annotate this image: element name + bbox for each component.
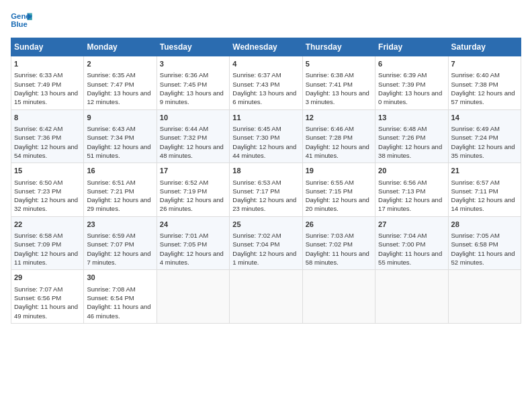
day-number: 19 [306,166,372,176]
calendar-header-wednesday: Wednesday [230,38,302,56]
day-number: 26 [306,220,372,230]
calendar-cell: 25Sunrise: 7:02 AMSunset: 7:04 PMDayligh… [230,216,302,270]
calendar-header-row: SundayMondayTuesdayWednesdayThursdayFrid… [11,38,521,56]
day-number: 11 [232,113,299,123]
calendar-header-thursday: Thursday [302,38,375,56]
day-number: 7 [451,59,518,69]
calendar-cell: 15Sunrise: 6:50 AMSunset: 7:23 PMDayligh… [11,163,84,217]
page-header: General Blue [11,11,521,30]
calendar-cell: 20Sunrise: 6:56 AMSunset: 7:13 PMDayligh… [375,163,448,217]
calendar-header-tuesday: Tuesday [157,38,229,56]
calendar-cell: 1Sunrise: 6:33 AMSunset: 7:49 PMDaylight… [11,56,84,110]
day-number: 24 [160,220,226,230]
day-number: 2 [87,59,153,69]
calendar-cell: 26Sunrise: 7:03 AMSunset: 7:02 PMDayligh… [302,216,375,270]
day-number: 14 [451,113,518,123]
day-number: 3 [160,59,226,69]
calendar-cell [157,270,229,324]
calendar-cell: 21Sunrise: 6:57 AMSunset: 7:11 PMDayligh… [448,163,521,217]
day-number: 13 [378,113,445,123]
calendar-cell: 16Sunrise: 6:51 AMSunset: 7:21 PMDayligh… [84,163,157,217]
calendar-cell [448,270,521,324]
calendar-cell: 13Sunrise: 6:48 AMSunset: 7:26 PMDayligh… [375,109,448,163]
logo: General Blue [11,11,32,30]
calendar-cell: 30Sunrise: 7:08 AMSunset: 6:54 PMDayligh… [84,270,157,324]
day-number: 25 [232,220,299,230]
calendar-cell: 2Sunrise: 6:35 AMSunset: 7:47 PMDaylight… [84,56,157,110]
calendar-cell: 8Sunrise: 6:42 AMSunset: 7:36 PMDaylight… [11,109,84,163]
calendar-cell [230,270,302,324]
calendar-cell: 6Sunrise: 6:39 AMSunset: 7:39 PMDaylight… [375,56,448,110]
day-number: 1 [14,59,81,69]
calendar-cell: 3Sunrise: 6:36 AMSunset: 7:45 PMDaylight… [157,56,229,110]
day-number: 22 [14,220,81,230]
day-number: 10 [160,113,226,123]
calendar-cell: 18Sunrise: 6:53 AMSunset: 7:17 PMDayligh… [230,163,302,217]
day-number: 15 [14,166,81,176]
calendar-header-monday: Monday [84,38,157,56]
day-number: 28 [451,220,518,230]
day-number: 20 [378,166,445,176]
calendar-cell: 10Sunrise: 6:44 AMSunset: 7:32 PMDayligh… [157,109,229,163]
calendar-cell: 29Sunrise: 7:07 AMSunset: 6:56 PMDayligh… [11,270,84,324]
calendar-cell: 28Sunrise: 7:05 AMSunset: 6:58 PMDayligh… [448,216,521,270]
calendar-cell: 12Sunrise: 6:46 AMSunset: 7:28 PMDayligh… [302,109,375,163]
day-number: 16 [87,166,153,176]
day-number: 23 [87,220,153,230]
calendar-cell: 5Sunrise: 6:38 AMSunset: 7:41 PMDaylight… [302,56,375,110]
calendar-cell: 11Sunrise: 6:45 AMSunset: 7:30 PMDayligh… [230,109,302,163]
day-number: 5 [306,59,372,69]
calendar-cell: 19Sunrise: 6:55 AMSunset: 7:15 PMDayligh… [302,163,375,217]
day-number: 8 [14,113,81,123]
day-number: 4 [232,59,299,69]
day-number: 30 [87,273,153,283]
calendar-week-row: 29Sunrise: 7:07 AMSunset: 6:56 PMDayligh… [11,270,521,324]
calendar-cell: 7Sunrise: 6:40 AMSunset: 7:38 PMDaylight… [448,56,521,110]
logo-icon: General Blue [11,11,32,30]
calendar-cell: 17Sunrise: 6:52 AMSunset: 7:19 PMDayligh… [157,163,229,217]
calendar-cell: 24Sunrise: 7:01 AMSunset: 7:05 PMDayligh… [157,216,229,270]
calendar-cell: 4Sunrise: 6:37 AMSunset: 7:43 PMDaylight… [230,56,302,110]
calendar-week-row: 22Sunrise: 6:58 AMSunset: 7:09 PMDayligh… [11,216,521,270]
day-number: 12 [306,113,372,123]
calendar-table: SundayMondayTuesdayWednesdayThursdayFrid… [11,38,521,324]
calendar-header-sunday: Sunday [11,38,84,56]
calendar-body: 1Sunrise: 6:33 AMSunset: 7:49 PMDaylight… [11,56,521,324]
calendar-cell: 23Sunrise: 6:59 AMSunset: 7:07 PMDayligh… [84,216,157,270]
calendar-header-friday: Friday [375,38,448,56]
day-number: 29 [14,273,81,283]
calendar-cell: 14Sunrise: 6:49 AMSunset: 7:24 PMDayligh… [448,109,521,163]
calendar-header-saturday: Saturday [448,38,521,56]
calendar-week-row: 15Sunrise: 6:50 AMSunset: 7:23 PMDayligh… [11,163,521,217]
calendar-cell [375,270,448,324]
day-number: 21 [451,166,518,176]
day-number: 9 [87,113,153,123]
day-number: 27 [378,220,445,230]
svg-text:Blue: Blue [11,20,28,28]
calendar-cell: 22Sunrise: 6:58 AMSunset: 7:09 PMDayligh… [11,216,84,270]
calendar-cell: 27Sunrise: 7:04 AMSunset: 7:00 PMDayligh… [375,216,448,270]
calendar-cell [302,270,375,324]
day-number: 17 [160,166,226,176]
day-number: 18 [232,166,299,176]
calendar-week-row: 1Sunrise: 6:33 AMSunset: 7:49 PMDaylight… [11,56,521,110]
calendar-cell: 9Sunrise: 6:43 AMSunset: 7:34 PMDaylight… [84,109,157,163]
day-number: 6 [378,59,445,69]
calendar-week-row: 8Sunrise: 6:42 AMSunset: 7:36 PMDaylight… [11,109,521,163]
